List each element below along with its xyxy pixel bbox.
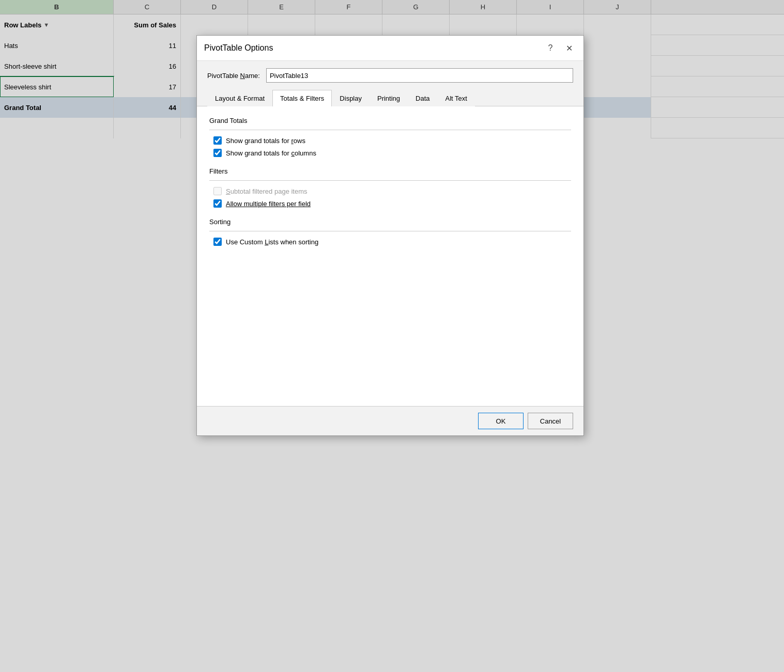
tab-totals-filters[interactable]: Totals & Filters (272, 90, 332, 106)
show-grand-totals-rows-row: Show grand totals for rows (209, 136, 571, 145)
custom-lists-sorting-checkbox[interactable] (213, 238, 222, 246)
grand-totals-section-title: Grand Totals (209, 117, 571, 124)
dialog-tabs: Layout & Format Totals & Filters Display… (197, 90, 583, 106)
tab-alt-text[interactable]: Alt Text (438, 90, 475, 106)
dialog-footer: OK Cancel (197, 406, 583, 435)
filters-section-title: Filters (209, 167, 571, 175)
custom-lists-sorting-row: Use Custom Lists when sorting (209, 238, 571, 246)
dialog-body: Grand Totals Show grand totals for rows … (197, 106, 583, 406)
name-label: PivotTable Name: (207, 72, 260, 80)
show-grand-totals-cols-row: Show grand totals for columns (209, 149, 571, 157)
show-grand-totals-rows-label: Show grand totals for rows (226, 137, 305, 145)
tab-printing[interactable]: Printing (370, 90, 408, 106)
close-button[interactable]: ✕ (562, 41, 576, 55)
show-grand-totals-cols-checkbox[interactable] (213, 149, 222, 157)
help-button[interactable]: ? (543, 41, 558, 55)
sorting-section-title: Sorting (209, 218, 571, 226)
ok-button[interactable]: OK (478, 413, 524, 429)
cancel-button[interactable]: Cancel (528, 413, 573, 429)
pivot-table-name-input[interactable] (266, 68, 573, 83)
allow-multiple-filters-row: Allow multiple filters per field (209, 199, 571, 208)
subtotal-filtered-row: Subtotal filtered page items (209, 187, 571, 195)
tab-data[interactable]: Data (408, 90, 437, 106)
dialog-titlebar: PivotTable Options ? ✕ (197, 36, 583, 61)
show-grand-totals-cols-label: Show grand totals for columns (226, 149, 316, 157)
custom-lists-sorting-label: Use Custom Lists when sorting (226, 238, 318, 246)
name-row: PivotTable Name: (197, 61, 583, 90)
allow-multiple-filters-checkbox[interactable] (213, 199, 222, 208)
pivot-table-options-dialog: PivotTable Options ? ✕ PivotTable Name: … (196, 35, 584, 436)
allow-multiple-filters-label: Allow multiple filters per field (226, 200, 311, 208)
subtotal-filtered-label: Subtotal filtered page items (226, 187, 308, 195)
filters-divider (209, 180, 571, 181)
dialog-controls: ? ✕ (543, 41, 576, 55)
show-grand-totals-rows-checkbox[interactable] (213, 136, 222, 145)
tab-layout-format[interactable]: Layout & Format (207, 90, 272, 106)
dialog-title: PivotTable Options (204, 43, 273, 53)
sorting-divider (209, 231, 571, 231)
grand-totals-divider (209, 130, 571, 130)
subtotal-filtered-checkbox[interactable] (213, 187, 222, 195)
tab-display[interactable]: Display (332, 90, 370, 106)
